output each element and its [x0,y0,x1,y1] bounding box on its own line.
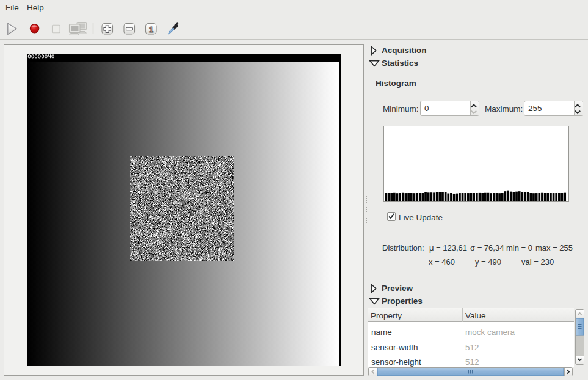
svg-text:1: 1 [149,25,154,34]
